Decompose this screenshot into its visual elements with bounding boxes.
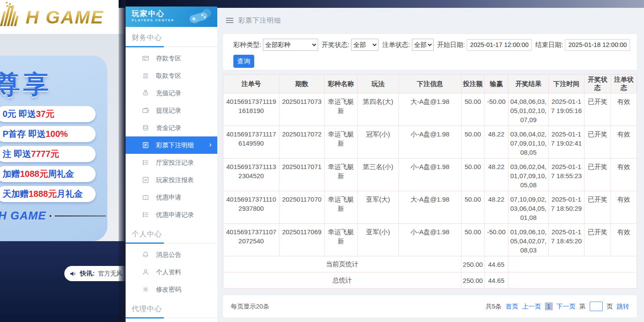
wallet-icon: [142, 107, 149, 114]
prev-page-link[interactable]: 上一页: [522, 302, 541, 311]
sidebar-item-change-password[interactable]: 修改密码: [126, 281, 217, 298]
sidebar-item-label: 提现记录: [156, 106, 181, 115]
page-jump-input[interactable]: [590, 302, 603, 311]
cell-lottery-name: 幸运飞艇新: [325, 159, 358, 191]
summary-win-loss: 44.65: [485, 272, 508, 289]
filter-panel: 彩种类型: 全部彩种 开奖状态: 全部 注单状态: 全部 开始日期: 结束日期:…: [222, 33, 637, 70]
promo-footer-brand: H GAME: [0, 209, 107, 222]
cell-draw-result: 07,10,09,02,03,06,04,05,01,08: [508, 191, 549, 224]
section-divider: [126, 318, 217, 318]
cell-play-type: 第四名(大): [358, 93, 399, 126]
promo-pill: 加赠1088元周礼金: [0, 166, 96, 182]
cell-lottery-name: 幸运飞艇新: [325, 126, 358, 159]
order-status-label: 注单状态:: [382, 41, 410, 49]
order-status-select[interactable]: 全部: [412, 39, 434, 51]
summary-win-loss: 44.65: [485, 256, 508, 272]
cell-win-loss: 48.22: [485, 126, 508, 159]
sidebar-item-promo-apply[interactable]: 优惠申请: [126, 189, 217, 206]
next-page-link[interactable]: 下一页: [557, 302, 576, 311]
cell-win-loss: -50.00: [485, 93, 508, 126]
logo-text: H GAME: [26, 9, 104, 26]
cell-bet-time: 2025-01-17 19:05:16: [549, 93, 584, 126]
cell-order-status: 有效: [611, 224, 637, 256]
cell-period: 20250117070: [279, 191, 325, 224]
promo-pill: 注 即送7777元: [0, 146, 96, 162]
section-label-finance: 财务中心: [126, 27, 217, 46]
pagination-bar: 每页显示20条 共5条 首页 上一页 1 下一页 第 页 跳转: [222, 295, 637, 318]
summary-row-current-page: 当前页统计 250.00 44.65: [223, 256, 637, 272]
sidebar-item-withdrawal-records[interactable]: 提现记录: [126, 102, 217, 119]
cell-order-status: 有效: [611, 191, 637, 224]
page-title: 彩票下注明细: [238, 16, 281, 25]
sidebar-item-promo-apply-records[interactable]: 优惠申请记录: [126, 206, 217, 223]
promo-pill: 0元 即送37元: [0, 106, 96, 122]
sidebar-item-funds-records[interactable]: 资金记录: [126, 119, 217, 136]
summary-empty: [508, 256, 637, 272]
player-center-sidebar: 玩家中心 PLAYERS CENTER 财务中心 存款专区 取款专区 充值记录: [126, 7, 217, 322]
sidebar-item-label: 存款专区: [156, 54, 181, 63]
cell-order-no: 401569173711102937800: [223, 191, 279, 224]
cell-draw-status: 已开奖: [584, 191, 611, 224]
first-page-link[interactable]: 首页: [505, 302, 518, 311]
cell-bet-amount: 50.00: [461, 159, 485, 191]
sidebar-item-player-bet-report[interactable]: 玩家投注报表: [126, 171, 217, 189]
cell-draw-result: 03,06,02,04,01,07,09,10,05,08: [508, 159, 549, 191]
site-logo[interactable]: H GAME: [3, 5, 104, 26]
panel-shadow: [119, 0, 126, 322]
end-date-label: 结束日期:: [535, 41, 563, 49]
sidebar-item-deposit[interactable]: 存款专区: [126, 50, 217, 67]
start-date-label: 开始日期:: [437, 41, 465, 49]
cell-order-no: 401569173711191618190: [223, 93, 279, 126]
start-date-input[interactable]: [467, 39, 532, 51]
speaker-icon: [70, 270, 76, 277]
sidebar-item-label: 彩票下注明细: [156, 141, 194, 149]
gamepad-icon: [183, 8, 214, 26]
cell-lottery-name: 幸运飞艇新: [325, 93, 358, 126]
table-row: 401569173711102937800 20250117070 幸运飞艇新 …: [223, 191, 637, 224]
promo-pill: P首存 即送100%: [0, 126, 96, 142]
promo-headline: 尊享: [0, 68, 107, 102]
sidebar-item-profile[interactable]: 个人资料: [126, 263, 217, 281]
menu-toggle-icon[interactable]: [226, 18, 233, 23]
cell-bet-info: 小-A盘@1.98: [399, 159, 461, 191]
sidebar-item-lottery-bet-details[interactable]: 彩票下注明细 ›: [126, 136, 217, 154]
sidebar-item-hall-bet-records[interactable]: 厅室投注记录: [126, 154, 217, 171]
sidebar-item-label: 玩家投注报表: [156, 176, 194, 184]
money-bag-icon: [142, 90, 149, 96]
cell-win-loss: 48.22: [485, 191, 508, 224]
sidebar-item-notices[interactable]: 消息公告: [126, 246, 217, 263]
cell-period: 20250117069: [279, 224, 325, 256]
coin-stack-icon: [142, 124, 149, 131]
draw-status-select[interactable]: 全部: [351, 39, 378, 51]
sidebar-item-label: 资金记录: [156, 124, 181, 132]
chevron-right-icon: ›: [209, 140, 212, 149]
cell-play-type: 亚军(大): [358, 191, 399, 224]
sidebar-item-label: 个人资料: [156, 268, 181, 276]
news-ticker: 快讯: 官方无风: [64, 266, 126, 281]
cell-order-status: 有效: [611, 93, 637, 126]
jump-suffix-text: 页: [607, 302, 613, 311]
hand-coins-icon: [142, 72, 149, 79]
lottery-type-label: 彩种类型:: [233, 41, 261, 49]
cell-draw-status: 已开奖: [584, 224, 611, 256]
sidebar-header: 玩家中心 PLAYERS CENTER: [126, 7, 217, 27]
end-date-input[interactable]: [565, 39, 630, 51]
logo-dots-decoration: [3, 1, 18, 9]
search-button[interactable]: 查询: [233, 55, 254, 68]
cell-win-loss: 48.22: [485, 159, 508, 191]
cell-order-status: 有效: [611, 126, 637, 159]
summary-empty: [508, 272, 637, 289]
lottery-type-select[interactable]: 全部彩种: [263, 39, 318, 51]
sidebar-item-recharge-records[interactable]: 充值记录: [126, 84, 217, 102]
cell-bet-time: 2025-01-17 19:02:41: [549, 126, 584, 159]
total-count-text: 共5条: [485, 302, 501, 311]
cell-bet-info: 大-A盘@1.98: [399, 93, 461, 126]
chart-report-icon: [142, 176, 149, 183]
sidebar-item-withdraw[interactable]: 取款专区: [126, 67, 217, 84]
cell-win-loss: -50.00: [485, 224, 508, 256]
cell-play-type: 亚军(小): [358, 224, 399, 256]
cell-bet-time: 2025-01-17 18:55:23: [549, 159, 584, 191]
section-divider: [126, 243, 217, 243]
col-bet-amount: 投注额: [461, 75, 485, 93]
page-jump-button[interactable]: 跳转: [617, 302, 629, 311]
